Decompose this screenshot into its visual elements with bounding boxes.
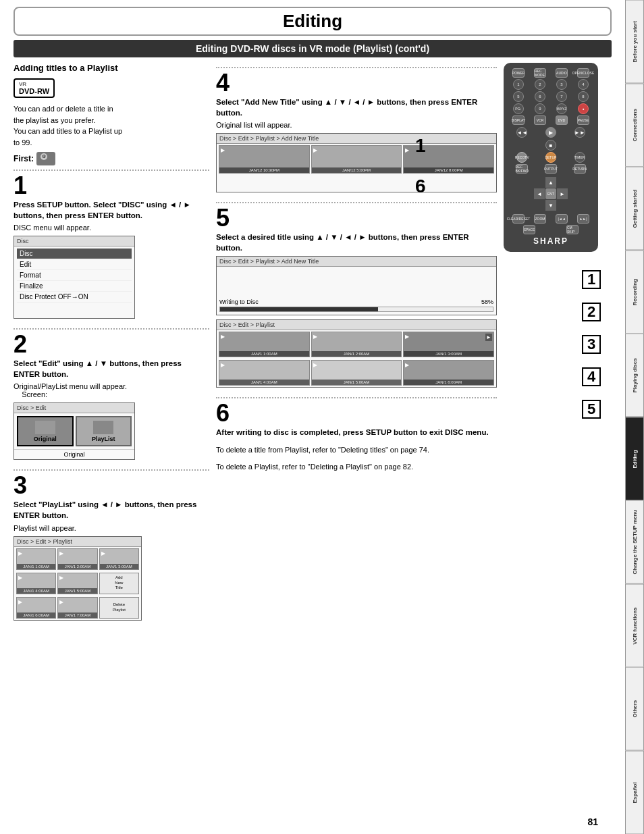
remote-skip-prev-btn[interactable]: |◄◄ xyxy=(556,214,568,224)
thumb-label-1: JAN/1 1:00AM xyxy=(17,564,55,569)
dpad-right-btn[interactable]: ► xyxy=(557,188,568,199)
remote-setup-btn[interactable]: SETUP xyxy=(545,152,556,163)
step5-label-4: JAN/1 4:00AM xyxy=(219,380,309,385)
right-sidebar: Before you start Connections Getting sta… xyxy=(625,0,644,834)
step-2-note: Original/PlayList menu will appear. Scre… xyxy=(14,382,209,398)
sidebar-tab-getting-started[interactable]: Getting started xyxy=(625,167,644,251)
dvd-rw-label: DVD-RW xyxy=(19,87,49,95)
remote-output-btn[interactable]: OUTPUT xyxy=(545,164,557,174)
thumb-label-4: JAN/1 4:00AM xyxy=(17,588,55,594)
content-area: Adding titles to a Playlist VR DVD-RW Yo… xyxy=(14,63,612,630)
dpad-up-btn[interactable]: ▲ xyxy=(545,177,556,188)
sidebar-tab-vcr[interactable]: VCR functions xyxy=(625,584,644,668)
remote-recbkfwd-btn[interactable]: REC BK/FWD xyxy=(516,164,528,174)
remote-1-btn[interactable]: 1 xyxy=(513,79,524,90)
remote-control: POWER REC MODE AUDIO OPEN/CLOSE 1 2 3 4 … xyxy=(504,63,598,252)
step-5-divider xyxy=(216,202,497,203)
step-4-container: 4 Select "Add New Title" using ▲ / ▼ / ◄… xyxy=(216,67,497,192)
remote-3-btn[interactable]: 3 xyxy=(556,79,567,90)
remote-rew-btn[interactable]: ◄◄ xyxy=(516,127,527,138)
remote-recotv-btn[interactable]: RECOTV xyxy=(516,152,527,163)
step-5-description: Select a desired title using ▲ / ▼ / ◄ /… xyxy=(216,232,497,253)
step-1-number: 1 xyxy=(14,174,209,198)
step-5-progress-label: Writing to Disc 58% xyxy=(219,298,493,305)
sidebar-tab-others[interactable]: Others xyxy=(625,667,644,751)
remote-power-btn[interactable]: POWER xyxy=(512,68,525,78)
step-2-selector-grid: Original PlayList xyxy=(14,413,134,449)
thumb-label-7: JAN/1 7:00AM xyxy=(58,613,97,618)
thumb-cell-2: ▶ JAN/1 2:00AM xyxy=(57,548,97,570)
remote-audio-btn[interactable]: AUDIO xyxy=(556,68,568,78)
remote-9-btn[interactable]: 9 xyxy=(535,103,545,114)
remote-clear-btn[interactable]: CLEAR/RESET xyxy=(512,214,525,224)
step4-label-3: JAN/12 8:00PM xyxy=(404,167,493,173)
intro-line-1: You can add or delete a title in xyxy=(14,103,209,115)
step-1-container: 1 Press SETUP button. Select "DISC" usin… xyxy=(14,170,209,319)
step-4-note: Original list will appear. xyxy=(216,121,497,129)
remote-space-btn[interactable]: SPACE xyxy=(523,225,535,234)
step-4-number: 4 xyxy=(216,71,497,95)
thumb-cell-3: ▶ JAN/1 3:00AM xyxy=(99,548,139,570)
remote-7-btn[interactable]: 7 xyxy=(556,91,567,102)
remote-wxyz-btn[interactable]: WXYZ xyxy=(556,103,567,114)
remote-5-btn[interactable]: 5 xyxy=(513,91,524,102)
thumb-label-6: JAN/1 6:00AM xyxy=(17,613,55,618)
original-option: Original xyxy=(17,416,74,446)
step-indicator-6: 6 xyxy=(415,176,426,197)
remote-4-btn[interactable]: 4 xyxy=(578,79,589,90)
remote-pgdn-btn[interactable]: PG↓ xyxy=(513,103,524,114)
main-content: Editing Editing DVD-RW discs in VR mode … xyxy=(0,0,625,834)
step5-thumb-row-2: ▶ JAN/1 4:00AM ▶ JAN/1 5:00AM ▶ JAN/1 6:… xyxy=(217,359,496,387)
step4-label-2: JAN/12 5:00PM xyxy=(312,167,402,173)
sidebar-tab-espanol[interactable]: Español xyxy=(625,751,644,835)
step5-label-3: JAN/1 3:00AM xyxy=(404,351,493,357)
remote-stop-btn[interactable]: ■ xyxy=(545,140,556,151)
step-3-description: Select "PlayList" using ◄ / ► buttons, t… xyxy=(14,499,209,521)
remote-rec-output-row: REC BK/FWD OUTPUT RETURN xyxy=(508,164,594,174)
remote-ff-btn[interactable]: ►► xyxy=(574,127,585,138)
sidebar-tab-before-you-start[interactable]: Before you start xyxy=(625,0,644,84)
step-4-description: Select "Add New Title" using ▲ / ▼ / ◄ /… xyxy=(216,97,497,118)
remote-vcr-btn[interactable]: VCR xyxy=(534,115,546,125)
dpad-enter-btn[interactable]: ENT xyxy=(545,188,556,199)
remote-6-btn[interactable]: 6 xyxy=(535,91,545,102)
sidebar-tab-editing[interactable]: Editing xyxy=(625,417,644,501)
remote-open-btn[interactable]: OPEN/CLOSE xyxy=(577,68,589,78)
thumb-cell-5: ▶ JAN/1 5:00AM xyxy=(57,573,97,594)
sidebar-tab-playing-discs[interactable]: Playing discs xyxy=(625,334,644,417)
step-3-thumb-row-1: ▶ JAN/1 1:00AM ▶ JAN/1 2:00AM ▶ JAN/1 3:… xyxy=(14,547,141,571)
sharp-logo: SHARP xyxy=(508,236,594,246)
step-3-number: 3 xyxy=(14,473,209,498)
right-column: POWER REC MODE AUDIO OPEN/CLOSE 1 2 3 4 … xyxy=(504,63,612,630)
step5-label-6: JAN/1 6:00AM xyxy=(404,380,493,385)
remote-skip-next-btn[interactable]: ►►| xyxy=(577,214,589,224)
remote-2-btn[interactable]: 2 xyxy=(535,79,545,90)
thumb-icon-7: ▶ xyxy=(59,599,63,605)
step-1-screen-body: Disc Edit Format Finalize Disc Protect O… xyxy=(14,246,134,318)
remote-8-btn[interactable]: 8 xyxy=(578,91,589,102)
remote-return-btn[interactable]: RETURN xyxy=(574,164,586,174)
remote-dvd-btn[interactable]: DVD xyxy=(556,115,568,125)
step-6-container: 6 After writing to disc is completed, pr… xyxy=(216,397,497,472)
dpad-left-btn[interactable]: ◄ xyxy=(534,188,545,199)
step-6-note-2: To delete a Playlist, refer to "Deleting… xyxy=(216,461,497,473)
remote-pause-btn[interactable]: PAUSE xyxy=(577,115,589,125)
step-5-progress-screen: Disc > Edit > Playlist > Add New Title W… xyxy=(216,256,497,315)
step5-icon-6: ▶ xyxy=(405,362,409,368)
remote-play-btn[interactable]: ▶ xyxy=(545,127,556,138)
remote-display-btn[interactable]: DISPLAY xyxy=(512,115,525,125)
dpad-down-btn[interactable]: ▼ xyxy=(545,200,556,211)
remote-zoom-btn[interactable]: ZOOM xyxy=(534,214,546,224)
remote-cmskip-btn[interactable]: CM SKIP xyxy=(566,225,579,234)
remote-timer-btn[interactable]: TIMER xyxy=(574,152,585,163)
thumb-icon-3: ▶ xyxy=(101,550,105,556)
remote-record-btn[interactable]: ● xyxy=(578,103,589,114)
step-6-description: After writing to disc is completed, pres… xyxy=(216,427,497,438)
sidebar-tab-recording[interactable]: Recording xyxy=(625,251,644,334)
original-label: Original xyxy=(34,436,57,442)
remote-recmode-btn[interactable]: REC MODE xyxy=(534,68,546,78)
sidebar-tab-change-setup[interactable]: Change the SETUP menu xyxy=(625,500,644,584)
step-numbers-right: 1 2 3 4 5 xyxy=(582,270,601,419)
step-3-note: Playlist will appear. xyxy=(14,524,209,532)
sidebar-tab-connections[interactable]: Connections xyxy=(625,84,644,167)
